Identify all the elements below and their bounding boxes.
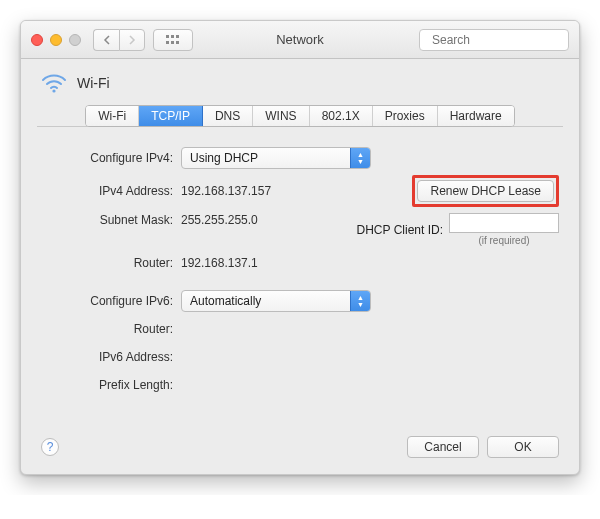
subnet-mask-label: Subnet Mask: [41,213,181,227]
ipv4-address-label: IPv4 Address: [41,184,181,198]
chevron-left-icon [103,35,111,45]
tab-wifi[interactable]: Wi-Fi [86,106,139,126]
renew-dhcp-lease-button[interactable]: Renew DHCP Lease [417,180,554,202]
configure-ipv6-select[interactable]: Automatically ▲▼ [181,290,371,312]
svg-rect-3 [166,41,169,44]
zoom-window-button[interactable] [69,34,81,46]
page-header: Wi-Fi [37,73,563,105]
tab-wins[interactable]: WINS [253,106,309,126]
back-button[interactable] [93,29,119,51]
configure-ipv6-value: Automatically [190,294,261,308]
form-area: Configure IPv4: Using DHCP ▲▼ IPv4 Addre… [37,137,563,462]
svg-rect-2 [176,35,179,38]
tab-tcpip[interactable]: TCP/IP [139,106,203,126]
configure-ipv6-label: Configure IPv6: [41,294,181,308]
configure-ipv4-select[interactable]: Using DHCP ▲▼ [181,147,371,169]
titlebar: Network [21,21,579,59]
ipv4-router-value: 192.168.137.1 [181,256,258,270]
svg-rect-1 [171,35,174,38]
nav-group [93,29,145,51]
subnet-mask-value: 255.255.255.0 [181,213,258,227]
dhcp-client-id-input[interactable] [449,213,559,233]
ipv4-router-label: Router: [41,256,181,270]
grid-icon [166,35,180,45]
content-area: Wi-Fi Wi-Fi TCP/IP DNS WINS 802.1X Proxi… [21,59,579,474]
tab-8021x[interactable]: 802.1X [310,106,373,126]
tab-bar: Wi-Fi TCP/IP DNS WINS 802.1X Proxies Har… [37,105,563,127]
ok-button[interactable]: OK [487,436,559,458]
svg-rect-4 [171,41,174,44]
tab-hardware[interactable]: Hardware [438,106,514,126]
window-controls [31,34,81,46]
tab-proxies[interactable]: Proxies [373,106,438,126]
dhcp-client-id-hint: (if required) [478,235,529,246]
select-arrows-icon: ▲▼ [350,291,370,311]
dhcp-client-id-label: DHCP Client ID: [357,223,443,237]
prefix-length-label: Prefix Length: [41,378,181,392]
configure-ipv4-value: Using DHCP [190,151,258,165]
svg-point-8 [52,89,55,92]
page-title: Wi-Fi [77,75,110,91]
select-arrows-icon: ▲▼ [350,148,370,168]
tabs: Wi-Fi TCP/IP DNS WINS 802.1X Proxies Har… [85,105,514,127]
tab-dns[interactable]: DNS [203,106,253,126]
help-button[interactable]: ? [41,438,59,456]
ipv4-address-value: 192.168.137.157 [181,184,271,198]
show-all-button[interactable] [153,29,193,51]
highlight-annotation: Renew DHCP Lease [412,175,559,207]
chevron-right-icon [128,35,136,45]
footer: ? Cancel OK [41,436,559,458]
svg-rect-5 [176,41,179,44]
search-input[interactable] [430,32,580,48]
wifi-icon [41,73,67,93]
minimize-window-button[interactable] [50,34,62,46]
ipv6-address-label: IPv6 Address: [41,350,181,364]
help-icon: ? [47,440,54,454]
cancel-button[interactable]: Cancel [407,436,479,458]
forward-button[interactable] [119,29,145,51]
ipv6-router-label: Router: [41,322,181,336]
svg-rect-0 [166,35,169,38]
network-preferences-window: Network Wi-Fi Wi-Fi TCP/IP DNS [20,20,580,475]
search-field[interactable] [419,29,569,51]
close-window-button[interactable] [31,34,43,46]
configure-ipv4-label: Configure IPv4: [41,151,181,165]
